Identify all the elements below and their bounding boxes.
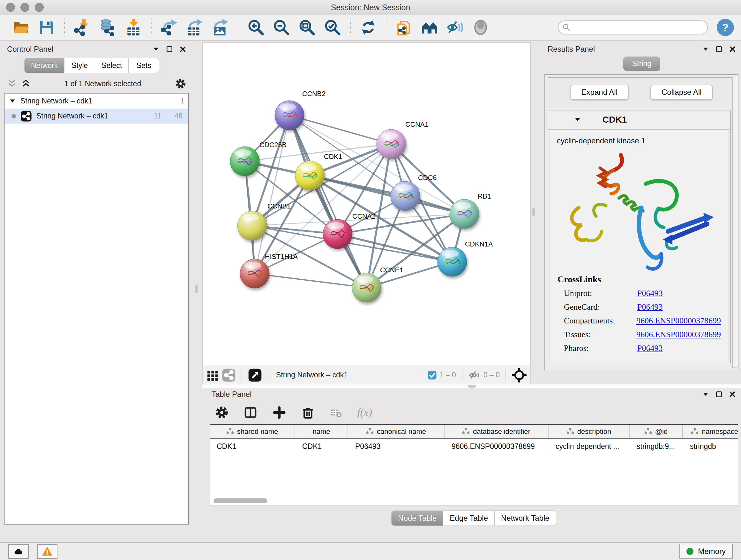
table-horizontal-scrollbar[interactable]: [213, 498, 267, 503]
node-entry-header[interactable]: CDK1: [548, 111, 730, 130]
refresh-icon[interactable]: [360, 19, 377, 36]
export-table-icon[interactable]: [186, 19, 203, 36]
network-node-hist1h1a[interactable]: HIST1H1A: [240, 253, 298, 288]
network-node-ccnb2[interactable]: CCNB2: [275, 90, 326, 130]
network-options-gear-icon[interactable]: [175, 78, 186, 89]
network-edge[interactable]: [255, 273, 367, 288]
panel-menu-icon[interactable]: [702, 46, 709, 53]
panel-close-icon[interactable]: [729, 46, 736, 53]
network-row-selected[interactable]: String Network – cdk1 11 48: [5, 109, 188, 124]
panel-menu-icon[interactable]: [152, 46, 159, 53]
show-columns-icon[interactable]: [244, 406, 258, 420]
pan-crosshair-icon[interactable]: [512, 368, 527, 382]
panel-float-icon[interactable]: [716, 391, 723, 398]
memory-button[interactable]: Memory: [679, 544, 733, 559]
share-view-icon[interactable]: [222, 368, 236, 382]
network-node-ccna1[interactable]: CCNA1: [377, 121, 428, 159]
table-settings-gear-icon[interactable]: [215, 406, 229, 420]
crosslink-link[interactable]: P06493: [637, 289, 663, 298]
export-image-icon[interactable]: [212, 19, 229, 36]
network-node-cdk1[interactable]: CDK1: [295, 153, 342, 190]
splitter-handle[interactable]: [468, 385, 476, 388]
crosslink-link[interactable]: P06493: [637, 302, 663, 312]
panel-float-icon[interactable]: [716, 46, 723, 53]
right-splitter-handle[interactable]: [532, 208, 535, 216]
left-splitter-handle[interactable]: [195, 285, 198, 294]
selected-checkbox-icon[interactable]: [427, 370, 437, 380]
column-header-description[interactable]: description: [549, 425, 630, 438]
cell[interactable]: 9606.ENSP00000378699: [445, 442, 549, 451]
network-node-rb1[interactable]: RB1: [450, 192, 491, 229]
cell[interactable]: CDK1: [295, 442, 348, 451]
collapse-all-icon[interactable]: [7, 79, 17, 88]
import-network-icon[interactable]: [74, 19, 91, 36]
search-input[interactable]: [558, 20, 708, 35]
zoom-fit-icon[interactable]: [298, 19, 316, 36]
export-network-icon[interactable]: [160, 19, 178, 36]
cloud-status-button[interactable]: [8, 544, 29, 559]
cell[interactable]: cyclin-dependent ...: [549, 442, 630, 451]
crosslink-link[interactable]: 9606.ENSP00000378699: [636, 330, 721, 339]
column-header-id[interactable]: @id: [630, 425, 683, 438]
import-table-icon[interactable]: [125, 19, 142, 36]
network-edge[interactable]: [289, 115, 391, 144]
crosslink-link[interactable]: P06493: [637, 344, 663, 353]
save-session-icon[interactable]: [38, 19, 55, 36]
panel-close-icon[interactable]: [729, 391, 736, 398]
create-column-icon[interactable]: [272, 406, 286, 420]
column-header-name[interactable]: name: [295, 425, 348, 438]
tab-string[interactable]: String: [623, 57, 660, 71]
column-header-namespace[interactable]: namespace: [683, 425, 738, 438]
column-header-database-identifier[interactable]: database identifier: [445, 425, 549, 438]
panel-close-icon[interactable]: [179, 46, 186, 53]
expand-all-icon[interactable]: [21, 79, 30, 88]
tab-style[interactable]: Style: [64, 58, 95, 73]
entry-collapse-icon[interactable]: [574, 116, 582, 124]
function-builder-icon[interactable]: f(x): [357, 407, 372, 419]
clone-network-icon[interactable]: [395, 19, 413, 36]
tab-network-table[interactable]: Network Table: [495, 510, 556, 526]
birds-eye-view-icon[interactable]: [248, 368, 262, 382]
help-button[interactable]: ?: [717, 19, 734, 36]
column-header-shared-name[interactable]: shared name: [210, 425, 295, 438]
network-edge[interactable]: [255, 115, 289, 273]
delete-column-icon[interactable]: [301, 406, 315, 420]
results-scrollbar[interactable]: [732, 77, 737, 368]
tree-expand-icon[interactable]: [9, 98, 16, 105]
warnings-button[interactable]: [37, 544, 57, 559]
tab-network[interactable]: Network: [24, 58, 64, 73]
tab-sets[interactable]: Sets: [129, 58, 159, 73]
table-row[interactable]: CDK1CDK1P064939606.ENSP00000378699cyclin…: [210, 439, 738, 454]
network-node-cdkn1a[interactable]: CDKN1A: [437, 240, 493, 276]
zoom-selected-icon[interactable]: [324, 19, 341, 36]
network-canvas[interactable]: CCNB2CDC25BCDK1CCNA1CDC6RB1CCNB1CCNA2CDK…: [202, 43, 531, 366]
cell[interactable]: stringdb:9...: [630, 442, 683, 451]
collapse-all-button[interactable]: Collapse All: [650, 84, 713, 100]
delete-table-icon[interactable]: [330, 406, 342, 419]
open-session-icon[interactable]: [12, 19, 30, 36]
zoom-out-icon[interactable]: [273, 19, 290, 36]
zoom-in-icon[interactable]: [247, 19, 265, 36]
import-database-icon[interactable]: [99, 19, 117, 36]
crosslink-link[interactable]: 9606.ENSP00000378699: [636, 316, 721, 326]
tab-node-table[interactable]: Node Table: [391, 510, 443, 526]
column-header-canonical-name[interactable]: canonical name: [348, 425, 445, 438]
show-graphics-icon[interactable]: [472, 19, 489, 36]
cell[interactable]: P06493: [348, 442, 445, 451]
network-edge[interactable]: [289, 115, 367, 288]
network-collection-row[interactable]: String Network – cdk1 1: [5, 94, 188, 109]
hide-unhide-icon[interactable]: [447, 19, 464, 36]
tab-edge-table[interactable]: Edge Table: [443, 510, 495, 526]
network-edge[interactable]: [310, 176, 464, 214]
hidden-eye-icon[interactable]: [468, 369, 481, 381]
cell[interactable]: CDK1: [210, 442, 295, 451]
panel-float-icon[interactable]: [166, 46, 173, 53]
network-node-ccnb1[interactable]: CCNB1: [238, 202, 291, 240]
grid-view-icon[interactable]: [206, 369, 219, 381]
cell[interactable]: stringdb: [683, 442, 738, 451]
tab-select[interactable]: Select: [95, 58, 129, 73]
expand-all-button[interactable]: Expand All: [570, 84, 629, 100]
network-manager-icon[interactable]: [421, 19, 438, 36]
column-type-icon: [462, 428, 470, 436]
panel-menu-icon[interactable]: [702, 391, 709, 398]
